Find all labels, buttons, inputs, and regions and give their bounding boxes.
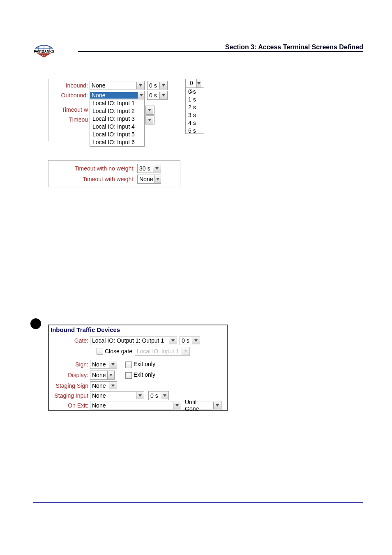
staging-input-label: Staging Input — [51, 392, 88, 399]
list-item[interactable]: Local IO: Input 1 — [90, 99, 144, 107]
chevron-down-icon — [173, 402, 181, 409]
list-item[interactable]: Local IO: Input 5 — [90, 131, 144, 138]
close-gate-select[interactable]: Local IO: Input 1 — [135, 347, 190, 356]
outbound-value: None — [90, 92, 138, 99]
close-gate-value: Local IO: Input 1 — [135, 348, 181, 355]
chevron-down-icon — [196, 79, 201, 88]
list-item[interactable]: 0 s — [186, 88, 204, 96]
timeout-weight-label: Timeou — [51, 116, 88, 123]
inbound-sec-value: 0 s — [148, 82, 159, 89]
staging-input-value: None — [90, 392, 107, 399]
on-exit-until-select[interactable]: Until Gone — [183, 401, 221, 410]
staging-sign-label: Staging Sign — [51, 382, 88, 389]
outbound-label: Outbound: — [51, 92, 88, 99]
list-item[interactable]: 5 s — [186, 127, 204, 135]
fairbanks-logo: FAIRBANKS S C A L E S — [33, 44, 55, 60]
list-item[interactable]: 0 s — [188, 79, 196, 88]
timeout-no-weight-label: Timeout with no weight: — [53, 165, 135, 172]
chevron-down-icon — [153, 165, 161, 172]
staging-sign-value: None — [90, 382, 107, 389]
sign-exit-only-checkbox[interactable] — [125, 362, 132, 368]
timeout-no-weight-value: 30 s — [138, 165, 152, 172]
sign-value: None — [90, 361, 107, 368]
inbound-sec-select[interactable]: 0 s — [147, 81, 168, 90]
list-item[interactable]: 2 s — [186, 104, 204, 111]
chevron-down-icon — [161, 392, 168, 399]
bullet-icon — [30, 318, 41, 329]
list-item[interactable]: Local IO: Input 6 — [90, 138, 144, 146]
chevron-down-icon — [169, 337, 177, 344]
seconds-option-list[interactable]: 0 s 0 s 1 s 2 s 3 s 4 s 5 s — [185, 79, 204, 134]
outbound-sec-value: 0 s — [148, 92, 159, 99]
chevron-down-icon — [146, 116, 153, 124]
gate-sec-value: 0 s — [180, 337, 191, 344]
section-title: Section 3: Access Terminal Screens Defin… — [225, 44, 363, 51]
chevron-down-icon — [109, 382, 117, 389]
close-gate-checkbox[interactable] — [97, 348, 103, 355]
sign-select[interactable]: None — [90, 360, 117, 369]
outbound-select[interactable]: None — [90, 91, 145, 100]
list-item[interactable]: 4 s — [186, 119, 204, 127]
chevron-down-icon — [159, 82, 167, 89]
display-label: Display: — [51, 372, 88, 378]
sign-label: Sign: — [51, 361, 88, 368]
chevron-down-icon — [154, 175, 161, 183]
timeout-weight-select[interactable] — [145, 115, 154, 124]
staging-input-select[interactable]: None — [90, 391, 144, 400]
outbound-sec-select[interactable]: 0 s — [147, 91, 168, 100]
timeout-panel: Timeout with no weight: 30 s Timeout wit… — [48, 160, 180, 187]
close-gate-label: Close gate — [105, 348, 132, 355]
staging-input-sec-value: 0 s — [149, 392, 160, 399]
display-exit-only-label: Exit only — [134, 371, 155, 378]
chevron-down-icon — [136, 392, 144, 399]
gate-select[interactable]: Local IO: Output 1: Output 1 — [90, 336, 177, 345]
gate-sec-select[interactable]: 0 s — [180, 336, 200, 345]
staging-sign-select[interactable]: None — [90, 381, 117, 390]
chevron-down-icon — [182, 348, 189, 355]
display-value: None — [90, 372, 107, 378]
display-select[interactable]: None — [90, 371, 115, 380]
on-exit-select[interactable]: None — [90, 401, 181, 410]
display-exit-only-checkbox[interactable] — [125, 372, 132, 379]
outbound-option-list[interactable]: Local IO: Input 1 Local IO: Input 2 Loca… — [90, 99, 145, 147]
footer-rule — [33, 502, 363, 503]
on-exit-label: On Exit: — [51, 402, 88, 409]
timeout-weight-label: Timeout with weight: — [53, 176, 135, 182]
on-exit-until-value: Until Gone — [183, 399, 213, 412]
header-rule — [78, 51, 363, 52]
chevron-down-icon — [136, 82, 144, 89]
chevron-down-icon — [109, 361, 117, 368]
list-item[interactable]: 1 s — [186, 96, 204, 104]
svg-text:S C A L E S: S C A L E S — [37, 54, 51, 56]
inout-panel: Inbound: None 0 s Outbound: None 0 s — [48, 79, 181, 141]
timeout-no-weight-select[interactable] — [145, 106, 154, 115]
timeout-weight-select[interactable]: None — [137, 175, 161, 184]
gate-label: Gate: — [51, 337, 88, 344]
list-item[interactable]: Local IO: Input 3 — [90, 115, 144, 123]
chevron-down-icon — [192, 337, 200, 344]
list-item[interactable]: Local IO: Input 2 — [90, 107, 144, 115]
inbound-value: None — [90, 82, 107, 89]
on-exit-value: None — [90, 402, 107, 409]
chevron-down-icon — [213, 402, 221, 409]
chevron-down-icon — [138, 92, 144, 99]
timeout-no-weight-label: Timeout w — [51, 106, 88, 113]
staging-input-sec-select[interactable]: 0 s — [148, 391, 169, 400]
panel-title: Inbound Traffic Devices — [49, 325, 227, 334]
inbound-label: Inbound: — [51, 82, 88, 89]
inbound-select[interactable]: None — [90, 81, 145, 90]
gate-value: Local IO: Output 1: Output 1 — [90, 337, 166, 344]
inbound-traffic-devices-panel: Inbound Traffic Devices Gate: Local IO: … — [48, 325, 228, 411]
chevron-down-icon — [107, 371, 114, 379]
timeout-no-weight-select[interactable]: 30 s — [137, 164, 161, 173]
chevron-down-icon — [146, 106, 153, 114]
svg-text:FAIRBANKS: FAIRBANKS — [34, 49, 54, 53]
chevron-down-icon — [159, 92, 167, 99]
timeout-weight-value: None — [138, 176, 154, 182]
sign-exit-only-label: Exit only — [134, 361, 155, 367]
list-item[interactable]: 3 s — [186, 111, 204, 119]
list-item[interactable]: Local IO: Input 4 — [90, 123, 144, 131]
